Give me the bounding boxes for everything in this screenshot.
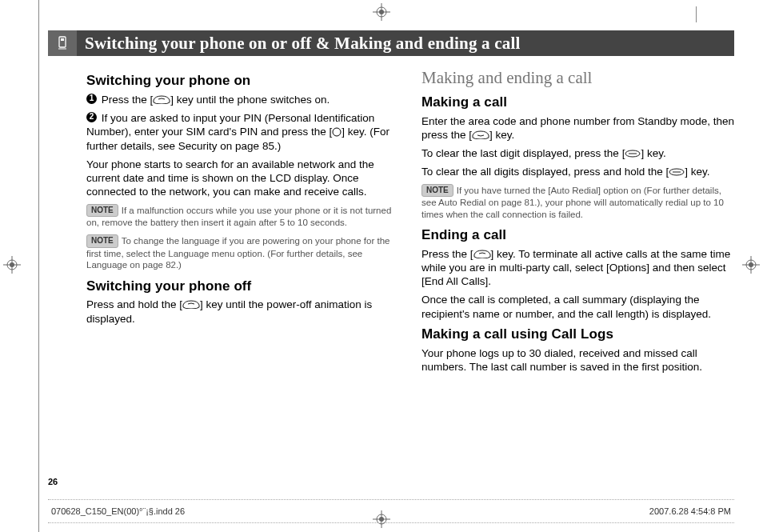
paragraph-call-summary: Once the call is completed, a call summa…	[421, 293, 734, 321]
right-column: Making and ending a call Making a call E…	[421, 67, 734, 378]
note-auto-redial: NOTEIf you have turned the [Auto Redial]…	[421, 184, 734, 220]
end-key-icon	[473, 250, 491, 258]
paragraph-enter-number: Enter the area code and phone number fro…	[421, 114, 734, 142]
registration-mark-icon	[742, 256, 760, 274]
crop-line	[38, 0, 39, 532]
paragraph-call-logs: Your phone logs up to 30 dialed, receive…	[421, 346, 734, 374]
heading-call-logs: Making a call using Call Logs	[421, 326, 734, 343]
registration-mark-icon	[373, 3, 390, 21]
paragraph-clear-all: To clear the all digits displayed, press…	[421, 165, 734, 178]
note-language: NOTETo change the language if you are po…	[86, 234, 399, 270]
svg-rect-17	[61, 38, 64, 41]
softkey-icon	[669, 168, 685, 176]
registration-mark-icon	[3, 256, 21, 274]
send-key-icon	[472, 130, 489, 139]
note-label: NOTE	[86, 204, 118, 218]
circle-key-icon	[332, 127, 342, 137]
print-footer: 070628_C150_EN(00)°¨¡§.indd 26 2007.6.28…	[48, 499, 734, 523]
phone-icon	[48, 30, 77, 56]
heading-making-call: Making a call	[421, 94, 734, 111]
svg-point-19	[333, 128, 341, 136]
heading-switching-on: Switching your phone on	[86, 72, 399, 90]
softkey-icon	[625, 150, 641, 158]
note-malfunction: NOTEIf a malfunction occurs while you us…	[86, 204, 399, 229]
heading-ending-call: Ending a call	[421, 226, 734, 244]
note-label: NOTE	[421, 184, 453, 198]
step-number-icon: 2	[86, 112, 97, 122]
page-content: Switching your phone on or off & Making …	[48, 30, 734, 378]
paragraph-network: Your phone starts to search for an avail…	[86, 158, 399, 199]
chapter-title-bar: Switching your phone on or off & Making …	[48, 30, 734, 56]
page-number: 26	[48, 477, 58, 486]
end-key-icon	[153, 95, 170, 104]
svg-rect-16	[59, 37, 66, 47]
section-heading-making-ending: Making and ending a call	[421, 67, 734, 89]
step-1: 1 Press the [] key until the phone switc…	[86, 93, 399, 106]
footer-timestamp: 2007.6.28 4:54:8 PM	[649, 506, 731, 516]
heading-switching-off: Switching your phone off	[86, 278, 399, 295]
footer-filename: 070628_C150_EN(00)°¨¡§.indd 26	[51, 506, 185, 516]
left-column: Switching your phone on 1 Press the [] k…	[86, 67, 399, 378]
paragraph-clear-last: To clear the last digit displayed, press…	[421, 146, 734, 160]
paragraph-switch-off: Press and hold the [] key until the powe…	[86, 298, 399, 326]
end-key-icon	[182, 300, 200, 309]
step-number-icon: 1	[86, 94, 97, 104]
chapter-title: Switching your phone on or off & Making …	[77, 30, 734, 56]
crop-tick	[696, 6, 697, 22]
note-label: NOTE	[86, 234, 118, 248]
step-2: 2 If you are asked to input your PIN (Pe…	[86, 111, 399, 153]
paragraph-end-call: Press the [] key. To terminate all activ…	[421, 247, 734, 289]
